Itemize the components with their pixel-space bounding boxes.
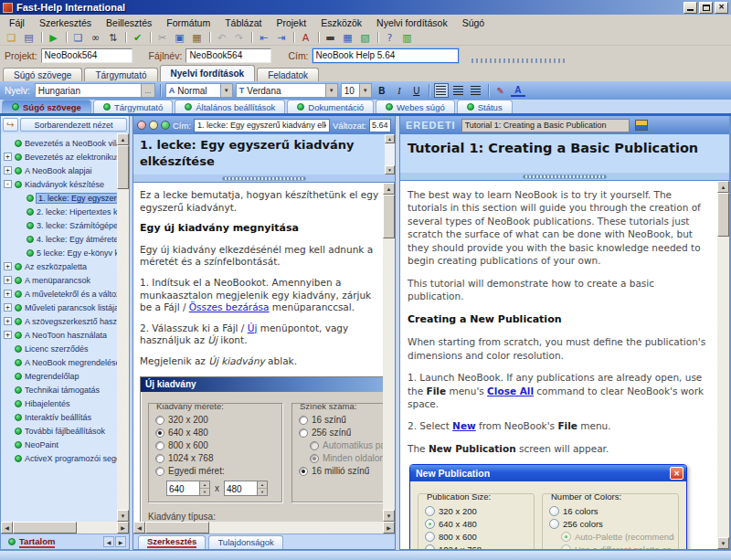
filename-input[interactable] — [185, 48, 271, 63]
tree-scrollbar[interactable]: ▲ ▼ — [117, 133, 129, 522]
tree-item[interactable]: + Bevezetés az elektronikus kiadván — [4, 150, 117, 164]
status-green-button[interactable] — [161, 121, 170, 130]
tree-item[interactable]: Hibajelentés — [4, 396, 117, 410]
tree-item[interactable]: 2. lecke: Hipertextes kapcsolók — [16, 205, 117, 218]
expand-toggle[interactable]: + — [4, 331, 12, 339]
spin-up-icon[interactable]: ▲ — [258, 481, 267, 489]
scrollbar-thumb[interactable] — [383, 195, 395, 238]
scrollbar-thumb[interactable] — [117, 145, 129, 189]
edit-menu[interactable]: Szerkesztés — [32, 16, 99, 29]
tab-tulajdonsagok[interactable]: Tulajdonságok — [208, 535, 282, 549]
editor-hscrollbar[interactable]: ◀ ▶ — [133, 522, 395, 534]
separator[interactable] — [290, 31, 297, 45]
tree-item[interactable]: 3. lecke: Számítógépes oktató — [16, 218, 117, 232]
radio-option[interactable]: Egyedi méret: — [155, 465, 278, 478]
radio-option[interactable]: 800 x 600 — [425, 530, 530, 543]
project-input[interactable] — [41, 48, 132, 63]
stab-targymutato[interactable]: Tárgymutató — [93, 100, 173, 113]
align-right-button[interactable] — [469, 83, 483, 98]
tree-item[interactable]: További fájlbeállítások — [4, 424, 117, 438]
topic-title[interactable]: 1. lecke: Egy egyszerű kiadvány elkészít… — [133, 134, 385, 174]
radio-option[interactable]: 640 x 480 — [425, 517, 530, 530]
scroll-down-button[interactable]: ▼ — [383, 510, 395, 522]
topic-title-input[interactable] — [194, 119, 330, 132]
italic-button[interactable]: I — [392, 83, 407, 98]
insert-menu[interactable]: Beillesztés — [99, 16, 159, 29]
status-red-button[interactable] — [137, 121, 146, 130]
cut-button[interactable]: ✂ — [154, 31, 171, 45]
scroll-up-button[interactable]: ▲ — [383, 183, 395, 195]
maximize-button[interactable] — [699, 2, 713, 14]
tree-item[interactable]: + Az eszközpaletta — [4, 259, 117, 273]
tab-nyelvi-forditasok[interactable]: Nyelvi fordítások — [160, 65, 256, 81]
save-button[interactable]: ▤ — [20, 31, 37, 45]
radio-option[interactable]: 1024 x 768 — [425, 543, 530, 549]
tab-prev-button[interactable]: ◀ — [103, 536, 114, 547]
translated-document[interactable]: Ez a lecke bemutatja, hogyan készíthetün… — [133, 183, 383, 522]
scroll-down-button[interactable]: ▼ — [717, 537, 729, 549]
redo-button[interactable]: ↷ — [230, 31, 248, 45]
window-button[interactable]: ❏ — [69, 31, 87, 45]
original-document[interactable]: The best way to learn NeoBook is to try … — [400, 181, 717, 549]
project-title-input[interactable] — [313, 48, 459, 63]
underline-button[interactable]: U — [409, 83, 424, 98]
scroll-right-button[interactable]: ▶ — [383, 522, 395, 534]
hr-button[interactable]: ▬ — [322, 31, 339, 45]
align-center-button[interactable] — [451, 83, 466, 98]
expand-toggle[interactable]: + — [4, 262, 12, 270]
tab-feladatok[interactable]: Feladatok — [257, 68, 319, 81]
tree-item[interactable]: 5 lecke: Egy e-könyv készítése — [16, 246, 117, 259]
radio-option[interactable]: 256 színű — [299, 427, 383, 439]
translate-button[interactable]: ▥ — [398, 31, 416, 45]
spelling-button[interactable]: ✔ — [129, 31, 146, 45]
help-button[interactable]: ? — [381, 31, 398, 45]
language-combo[interactable]: Hungarian ... — [35, 83, 155, 98]
radio-option[interactable]: 16 millió színű — [299, 465, 383, 478]
separator[interactable] — [248, 31, 255, 45]
expand-toggle[interactable]: + — [4, 276, 12, 284]
original-scrollbar[interactable]: ▲ ▼ — [717, 181, 729, 549]
radio-option[interactable]: Use a different palette on each page — [561, 543, 674, 549]
tree-item[interactable]: Licenc szerződés — [4, 342, 117, 355]
tree-item[interactable]: A NeoBook megrendelése — [4, 355, 117, 369]
tree-item[interactable]: + A szövegszerkesztő használata — [4, 314, 117, 328]
separator[interactable] — [37, 31, 45, 45]
width-spinner[interactable]: 640 ▲▼ — [166, 481, 210, 496]
scrollbar-thumb[interactable] — [145, 522, 209, 534]
radio-option[interactable]: 1024 x 768 — [155, 452, 278, 465]
expand-toggle[interactable]: + — [4, 153, 12, 161]
radio-option[interactable]: Auto-Palette (recommended) — [561, 530, 674, 543]
font-combo[interactable]: T Verdana ▼ — [236, 83, 338, 98]
expand-toggle[interactable]: - — [4, 180, 12, 188]
open-button[interactable]: ❏ — [3, 31, 20, 45]
font-color-button[interactable]: A — [511, 84, 525, 97]
language-browse-button[interactable]: ... — [141, 84, 154, 97]
undo-button[interactable]: ↶ — [213, 31, 230, 45]
paste-button[interactable]: ▦ — [188, 31, 206, 45]
separator[interactable] — [314, 31, 322, 45]
spin-down-icon[interactable]: ▼ — [258, 489, 267, 495]
font-dropdown-button[interactable]: ▼ — [325, 84, 337, 97]
radio-option[interactable]: 16 colors — [549, 504, 674, 517]
scroll-up-button[interactable]: ▲ — [385, 134, 395, 143]
align-left-button[interactable] — [434, 83, 449, 98]
tree-hscrollbar[interactable]: ◀ ▶ — [1, 522, 129, 534]
horizontal-splitter[interactable] — [400, 173, 729, 180]
scrollbar-thumb[interactable] — [13, 522, 77, 534]
tree-item[interactable]: - Kiadványok készítése — [4, 177, 117, 191]
original-title-input[interactable] — [461, 119, 630, 132]
paragraph-style-combo[interactable]: A Normal ▼ — [165, 83, 233, 98]
radio-option[interactable]: 320 x 200 — [425, 504, 530, 517]
tree-item[interactable]: Interaktív beállítás — [4, 410, 117, 424]
scroll-down-button[interactable]: ▼ — [385, 165, 395, 174]
separator[interactable] — [206, 31, 213, 45]
sorted-view-button[interactable]: Sorbarendezett nézet — [20, 118, 127, 132]
tree-item[interactable]: + A menüparancsok — [4, 273, 117, 287]
tab-next-button[interactable]: ▶ — [115, 536, 126, 547]
file-menu[interactable]: Fájl — [2, 16, 32, 29]
help-menu[interactable]: Súgó — [455, 16, 493, 29]
spin-up-icon[interactable]: ▲ — [200, 481, 209, 489]
image-button[interactable]: ▧ — [356, 31, 374, 45]
title-scrollbar[interactable]: ▲ ▼ — [385, 134, 395, 174]
radio-option[interactable]: 640 x 480 — [155, 427, 278, 439]
